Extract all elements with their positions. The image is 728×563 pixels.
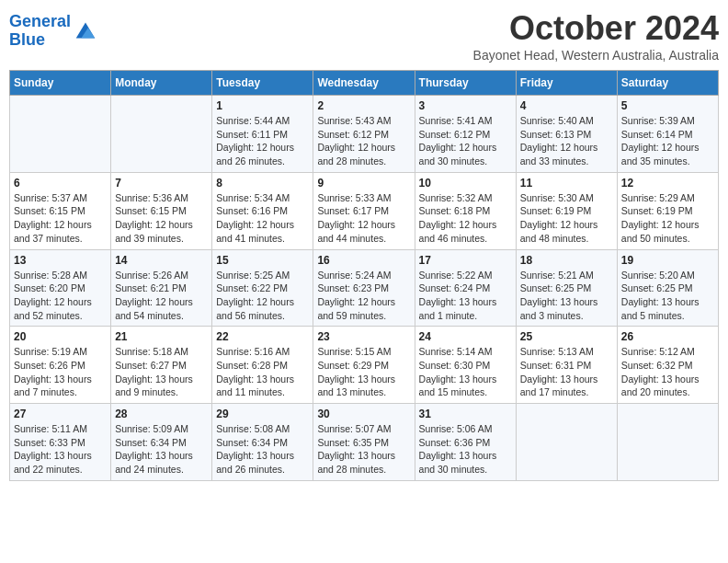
- calendar-day-cell: 24Sunrise: 5:14 AM Sunset: 6:30 PM Dayli…: [415, 327, 516, 404]
- day-number: 4: [520, 99, 613, 112]
- day-number: 3: [419, 99, 512, 112]
- day-info: Sunrise: 5:32 AM Sunset: 6:18 PM Dayligh…: [419, 191, 512, 246]
- calendar-day-cell: 25Sunrise: 5:13 AM Sunset: 6:31 PM Dayli…: [516, 327, 617, 404]
- day-number: 10: [419, 177, 512, 190]
- calendar-day-cell: 9Sunrise: 5:33 AM Sunset: 6:17 PM Daylig…: [313, 172, 415, 249]
- page-header: General Blue October 2024 Bayonet Head, …: [9, 9, 719, 63]
- day-info: Sunrise: 5:41 AM Sunset: 6:12 PM Dayligh…: [419, 114, 512, 168]
- calendar-day-cell: 26Sunrise: 5:12 AM Sunset: 6:32 PM Dayli…: [617, 327, 718, 404]
- day-number: 28: [115, 408, 208, 420]
- day-info: Sunrise: 5:18 AM Sunset: 6:27 PM Dayligh…: [115, 345, 208, 399]
- day-info: Sunrise: 5:25 AM Sunset: 6:22 PM Dayligh…: [216, 269, 309, 323]
- day-info: Sunrise: 5:07 AM Sunset: 6:35 PM Dayligh…: [317, 422, 410, 477]
- day-number: 9: [317, 177, 410, 190]
- day-info: Sunrise: 5:36 AM Sunset: 6:15 PM Dayligh…: [115, 191, 208, 246]
- calendar-day-cell: 29Sunrise: 5:08 AM Sunset: 6:34 PM Dayli…: [212, 404, 313, 481]
- day-info: Sunrise: 5:12 AM Sunset: 6:32 PM Dayligh…: [621, 345, 714, 399]
- calendar-day-cell: 27Sunrise: 5:11 AM Sunset: 6:33 PM Dayli…: [10, 404, 111, 481]
- calendar-day-cell: 8Sunrise: 5:34 AM Sunset: 6:16 PM Daylig…: [212, 172, 313, 249]
- calendar-day-cell: 17Sunrise: 5:22 AM Sunset: 6:24 PM Dayli…: [415, 249, 516, 327]
- calendar-day-cell: 13Sunrise: 5:28 AM Sunset: 6:20 PM Dayli…: [10, 249, 111, 327]
- title-block: October 2024 Bayonet Head, Western Austr…: [473, 9, 719, 63]
- day-number: 12: [621, 177, 714, 190]
- day-info: Sunrise: 5:33 AM Sunset: 6:17 PM Dayligh…: [317, 191, 410, 246]
- calendar-day-cell: 21Sunrise: 5:18 AM Sunset: 6:27 PM Dayli…: [111, 327, 212, 404]
- day-info: Sunrise: 5:40 AM Sunset: 6:13 PM Dayligh…: [520, 114, 613, 168]
- calendar-day-cell: 4Sunrise: 5:40 AM Sunset: 6:13 PM Daylig…: [516, 96, 617, 173]
- day-info: Sunrise: 5:14 AM Sunset: 6:30 PM Dayligh…: [419, 345, 512, 399]
- day-info: Sunrise: 5:16 AM Sunset: 6:28 PM Dayligh…: [216, 345, 309, 399]
- calendar-week-row: 1Sunrise: 5:44 AM Sunset: 6:11 PM Daylig…: [10, 96, 719, 173]
- location-title: Bayonet Head, Western Australia, Austral…: [473, 48, 719, 63]
- calendar-week-row: 6Sunrise: 5:37 AM Sunset: 6:15 PM Daylig…: [10, 172, 719, 249]
- day-info: Sunrise: 5:34 AM Sunset: 6:16 PM Dayligh…: [216, 191, 309, 246]
- day-number: 24: [419, 330, 512, 343]
- day-info: Sunrise: 5:06 AM Sunset: 6:36 PM Dayligh…: [419, 422, 512, 477]
- day-number: 22: [216, 330, 309, 343]
- day-number: 2: [317, 99, 410, 112]
- day-number: 14: [115, 254, 208, 267]
- weekday-header-row: SundayMondayTuesdayWednesdayThursdayFrid…: [10, 71, 719, 96]
- weekday-header-cell: Friday: [516, 71, 617, 96]
- calendar-day-cell: 22Sunrise: 5:16 AM Sunset: 6:28 PM Dayli…: [212, 327, 313, 404]
- calendar-day-cell: 12Sunrise: 5:29 AM Sunset: 6:19 PM Dayli…: [617, 172, 718, 249]
- calendar-day-cell: 1Sunrise: 5:44 AM Sunset: 6:11 PM Daylig…: [212, 96, 313, 173]
- day-info: Sunrise: 5:26 AM Sunset: 6:21 PM Dayligh…: [115, 269, 208, 323]
- day-number: 8: [216, 177, 309, 190]
- day-info: Sunrise: 5:43 AM Sunset: 6:12 PM Dayligh…: [317, 114, 410, 168]
- day-number: 17: [419, 254, 512, 267]
- day-number: 21: [115, 330, 208, 343]
- day-number: 30: [317, 408, 410, 420]
- calendar-day-cell: 20Sunrise: 5:19 AM Sunset: 6:26 PM Dayli…: [10, 327, 111, 404]
- day-info: Sunrise: 5:15 AM Sunset: 6:29 PM Dayligh…: [317, 345, 410, 399]
- logo-text: General Blue: [9, 13, 71, 50]
- day-number: 18: [520, 254, 613, 267]
- day-info: Sunrise: 5:21 AM Sunset: 6:25 PM Dayligh…: [520, 269, 613, 323]
- day-number: 1: [216, 99, 309, 112]
- day-info: Sunrise: 5:24 AM Sunset: 6:23 PM Dayligh…: [317, 269, 410, 323]
- calendar-day-cell: [10, 96, 111, 173]
- day-number: 16: [317, 254, 410, 267]
- calendar-day-cell: 10Sunrise: 5:32 AM Sunset: 6:18 PM Dayli…: [415, 172, 516, 249]
- month-title: October 2024: [473, 9, 719, 48]
- calendar-day-cell: 15Sunrise: 5:25 AM Sunset: 6:22 PM Dayli…: [212, 249, 313, 327]
- day-number: 26: [621, 330, 714, 343]
- calendar-day-cell: 2Sunrise: 5:43 AM Sunset: 6:12 PM Daylig…: [313, 96, 415, 173]
- calendar-day-cell: [516, 404, 617, 481]
- day-number: 29: [216, 408, 309, 420]
- day-number: 13: [14, 254, 107, 267]
- day-number: 19: [621, 254, 714, 267]
- weekday-header-cell: Wednesday: [313, 71, 415, 96]
- day-number: 7: [115, 177, 208, 190]
- day-number: 25: [520, 330, 613, 343]
- day-info: Sunrise: 5:29 AM Sunset: 6:19 PM Dayligh…: [621, 191, 714, 246]
- calendar-day-cell: 7Sunrise: 5:36 AM Sunset: 6:15 PM Daylig…: [111, 172, 212, 249]
- day-number: 27: [14, 408, 107, 420]
- weekday-header-cell: Monday: [111, 71, 212, 96]
- day-info: Sunrise: 5:08 AM Sunset: 6:34 PM Dayligh…: [216, 422, 309, 477]
- calendar-day-cell: 5Sunrise: 5:39 AM Sunset: 6:14 PM Daylig…: [617, 96, 718, 173]
- calendar-day-cell: [111, 96, 212, 173]
- calendar-day-cell: 28Sunrise: 5:09 AM Sunset: 6:34 PM Dayli…: [111, 404, 212, 481]
- calendar-day-cell: 31Sunrise: 5:06 AM Sunset: 6:36 PM Dayli…: [415, 404, 516, 481]
- day-number: 23: [317, 330, 410, 343]
- logo-icon: [73, 17, 98, 43]
- calendar-day-cell: 14Sunrise: 5:26 AM Sunset: 6:21 PM Dayli…: [111, 249, 212, 327]
- weekday-header-cell: Thursday: [415, 71, 516, 96]
- day-info: Sunrise: 5:28 AM Sunset: 6:20 PM Dayligh…: [14, 269, 107, 323]
- day-number: 31: [419, 408, 512, 420]
- calendar-week-row: 27Sunrise: 5:11 AM Sunset: 6:33 PM Dayli…: [10, 404, 719, 481]
- day-number: 11: [520, 177, 613, 190]
- weekday-header-cell: Tuesday: [212, 71, 313, 96]
- calendar-table: SundayMondayTuesdayWednesdayThursdayFrid…: [9, 70, 719, 481]
- logo: General Blue: [9, 13, 98, 50]
- calendar-body: 1Sunrise: 5:44 AM Sunset: 6:11 PM Daylig…: [10, 96, 719, 481]
- day-info: Sunrise: 5:20 AM Sunset: 6:25 PM Dayligh…: [621, 269, 714, 323]
- day-info: Sunrise: 5:11 AM Sunset: 6:33 PM Dayligh…: [14, 422, 107, 477]
- calendar-day-cell: 19Sunrise: 5:20 AM Sunset: 6:25 PM Dayli…: [617, 249, 718, 327]
- day-number: 15: [216, 254, 309, 267]
- day-number: 5: [621, 99, 714, 112]
- weekday-header-cell: Sunday: [10, 71, 111, 96]
- calendar-day-cell: 11Sunrise: 5:30 AM Sunset: 6:19 PM Dayli…: [516, 172, 617, 249]
- calendar-day-cell: [617, 404, 718, 481]
